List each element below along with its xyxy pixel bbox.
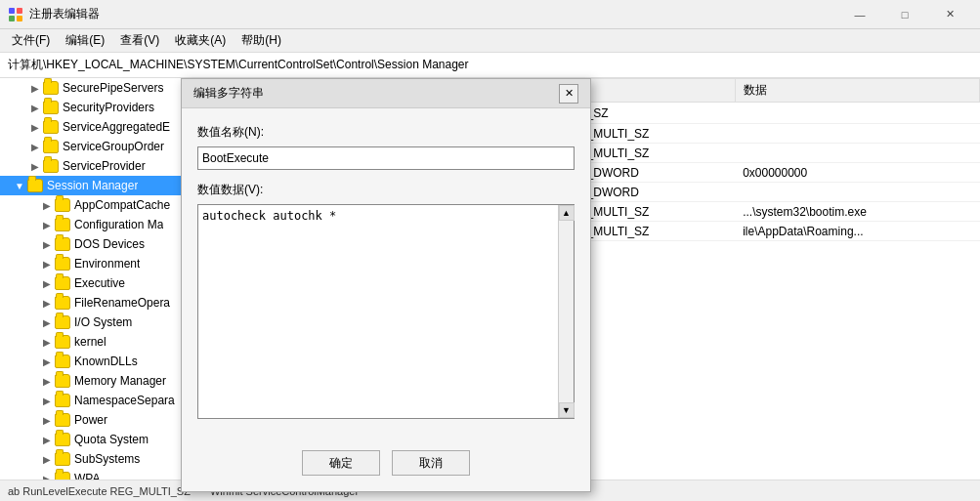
tree-item-serviceprovider[interactable]: ▶ ServiceProvider [0, 156, 194, 176]
folder-icon [55, 374, 70, 388]
svg-rect-2 [9, 16, 15, 21]
tree-item-iosystem[interactable]: ▶ I/O System [0, 313, 194, 332]
tree-arrow: ▶ [39, 236, 55, 252]
title-bar: 注册表编辑器 — □ ✕ [0, 0, 980, 29]
dialog-footer: 确定 取消 [182, 450, 590, 491]
minimize-button[interactable]: — [837, 0, 882, 29]
menu-help[interactable]: 帮助(H) [234, 30, 289, 51]
tree-label: I/O System [74, 315, 132, 329]
status-item1: ab RunLevelExecute REG_MULTI_SZ [8, 485, 191, 497]
scroll-up-button[interactable]: ▲ [559, 205, 575, 221]
folder-icon [43, 140, 59, 153]
tree-panel[interactable]: ▶ SecurePipeServers ▶ SecurityProviders … [0, 78, 195, 480]
dialog-data-label: 数值数据(V): [197, 182, 575, 198]
dialog-close-button[interactable]: ✕ [559, 84, 578, 104]
tree-item-namespacesepara[interactable]: ▶ NamespaceSepara [0, 391, 194, 410]
dialog-ok-button[interactable]: 确定 [302, 450, 380, 476]
tree-label: Session Manager [47, 179, 138, 192]
tree-arrow: ▶ [27, 158, 43, 174]
tree-label: Executive [74, 276, 125, 290]
tree-item-wpa[interactable]: ▶ WPA [0, 469, 194, 480]
dialog-scrollbar: ▲ ▼ [558, 205, 574, 418]
tree-item-executive[interactable]: ▶ Executive [0, 273, 194, 293]
tree-arrow: ▶ [39, 451, 55, 467]
tree-item-filerenameoper[interactable]: ▶ FileRenameOpera [0, 293, 194, 313]
tree-arrow: ▶ [39, 295, 55, 311]
tree-item-appcompatcache[interactable]: ▶ AppCompatCache [0, 195, 194, 215]
tree-item-subsystems[interactable]: ▶ SubSystems [0, 449, 194, 469]
dialog-data-textarea[interactable] [198, 205, 558, 418]
address-bar: 计算机\HKEY_LOCAL_MACHINE\SYSTEM\CurrentCon… [0, 53, 980, 78]
tree-arrow: ▶ [39, 314, 55, 330]
tree-label: Quota System [74, 433, 149, 446]
tree-label: Environment [74, 257, 140, 271]
dialog-titlebar: 编辑多字符串 ✕ [182, 79, 590, 108]
tree-item-session-manager[interactable]: ▼ Session Manager [0, 176, 194, 195]
tree-label: NamespaceSepara [74, 394, 175, 407]
menu-view[interactable]: 查看(V) [112, 30, 167, 51]
tree-label: WPA [74, 472, 100, 480]
tree-arrow: ▶ [39, 197, 55, 213]
tree-item-servicegrouporder[interactable]: ▶ ServiceGroupOrder [0, 137, 194, 156]
maximize-button[interactable]: □ [882, 0, 927, 29]
tree-item-securepipeservers[interactable]: ▶ SecurePipeServers [0, 78, 194, 98]
tree-label: Memory Manager [74, 374, 166, 388]
tree-item-kernel[interactable]: ▶ kernel [0, 332, 194, 352]
tree-label: kernel [74, 335, 107, 349]
folder-icon [27, 179, 43, 192]
dialog-cancel-button[interactable]: 取消 [392, 450, 470, 476]
tree-arrow: ▶ [27, 80, 43, 96]
folder-icon [55, 218, 70, 231]
menu-favorites[interactable]: 收藏夹(A) [167, 30, 234, 51]
tree-item-quotasystem[interactable]: ▶ Quota System [0, 430, 194, 449]
cell-data [735, 103, 979, 124]
svg-rect-3 [17, 16, 22, 21]
svg-rect-1 [17, 8, 22, 14]
tree-item-environment[interactable]: ▶ Environment [0, 254, 194, 273]
tree-label: Configuration Ma [74, 218, 163, 231]
tree-arrow: ▶ [39, 275, 55, 291]
folder-icon [55, 315, 70, 329]
tree-arrow: ▶ [27, 100, 43, 115]
cell-data [735, 144, 979, 163]
scroll-down-button[interactable]: ▼ [559, 402, 575, 418]
dialog-title: 编辑多字符串 [193, 85, 264, 102]
address-path: 计算机\HKEY_LOCAL_MACHINE\SYSTEM\CurrentCon… [8, 57, 469, 73]
menu-file[interactable]: 文件(F) [4, 30, 58, 51]
close-button[interactable]: ✕ [927, 0, 972, 29]
tree-item-configurationma[interactable]: ▶ Configuration Ma [0, 215, 194, 234]
menu-bar: 文件(F) 编辑(E) 查看(V) 收藏夹(A) 帮助(H) [0, 29, 980, 53]
dialog-name-input[interactable] [197, 146, 575, 170]
tree-item-power[interactable]: ▶ Power [0, 410, 194, 430]
tree-arrow: ▶ [39, 373, 55, 389]
folder-icon [43, 159, 59, 173]
tree-arrow: ▶ [39, 354, 55, 369]
tree-item-dosdevices[interactable]: ▶ DOS Devices [0, 234, 194, 254]
tree-item-serviceaggregated[interactable]: ▶ ServiceAggregatedE [0, 117, 194, 137]
tree-arrow: ▶ [39, 334, 55, 350]
folder-icon [55, 335, 70, 349]
cell-data [735, 183, 979, 202]
folder-icon [55, 237, 70, 251]
tree-label: SubSystems [74, 452, 140, 466]
tree-label: FileRenameOpera [74, 296, 170, 310]
tree-label: KnownDLLs [74, 355, 138, 368]
folder-icon [55, 355, 70, 368]
tree-label: ServiceAggregatedE [63, 120, 170, 134]
tree-label: ServiceProvider [63, 159, 146, 173]
tree-item-knowndlls[interactable]: ▶ KnownDLLs [0, 352, 194, 371]
folder-icon [43, 81, 59, 95]
tree-label: SecurityProviders [63, 101, 154, 114]
tree-label: ServiceGroupOrder [63, 140, 164, 153]
tree-label: AppCompatCache [74, 198, 170, 212]
tree-arrow: ▼ [12, 178, 27, 193]
title-bar-controls: — □ ✕ [837, 0, 972, 29]
menu-edit[interactable]: 编辑(E) [58, 30, 112, 51]
tree-item-securityproviders[interactable]: ▶ SecurityProviders [0, 98, 194, 117]
edit-multistring-dialog: 编辑多字符串 ✕ 数值名称(N): 数值数据(V): ▲ ▼ 确定 取消 [181, 78, 591, 492]
tree-arrow: ▶ [27, 139, 43, 154]
cell-data: 0x00000000 [735, 163, 979, 183]
tree-item-memorymanager[interactable]: ▶ Memory Manager [0, 371, 194, 391]
tree-arrow: ▶ [39, 217, 55, 232]
tree-arrow: ▶ [27, 119, 43, 135]
